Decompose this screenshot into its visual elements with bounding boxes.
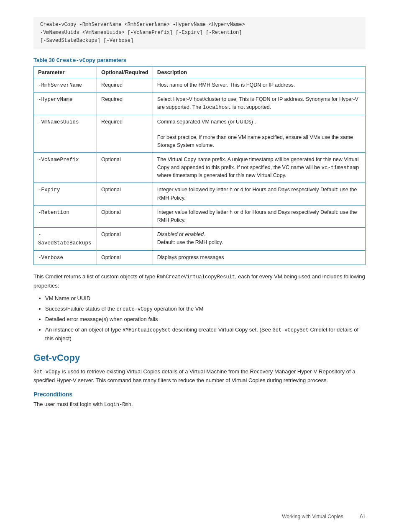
desc-savedstatebackups: Disabled or enabled.Default: use the RMH… xyxy=(153,228,365,251)
table-row: -SavedStateBackups Optional Disabled or … xyxy=(34,228,366,251)
param-hypervname: -HypervName xyxy=(34,93,97,115)
list-item: Success/Failure status of the create-vCo… xyxy=(45,305,366,314)
col-header-parameter: Parameter xyxy=(34,66,97,78)
optional-hypervname: Required xyxy=(97,93,153,115)
optional-rmhservername: Required xyxy=(97,78,153,93)
preconditions-text: The user must first login with Login-Rmh… xyxy=(33,400,366,409)
desc-expiry: Integer value followed by letter h or d … xyxy=(153,183,365,206)
desc-vcnameprefix: The Virtual Copy name prefix. A unique t… xyxy=(153,152,365,182)
parameters-table: Parameter Optional/Required Description … xyxy=(33,66,366,265)
table-row: -VmNamesUuids Required Comma separated V… xyxy=(34,115,366,152)
footer-right: 61 xyxy=(360,514,366,519)
table-row: -RmhServerName Required Host name of the… xyxy=(34,78,366,93)
list-item: An instance of an object of type RMHirtu… xyxy=(45,326,366,343)
code-block: Create-vCopy -RmhServerName <RmhServerNa… xyxy=(33,17,366,49)
desc-hypervname: Select Hyper-V host/cluster to use. This… xyxy=(153,93,365,115)
table-row: -Expiry Optional Integer value followed … xyxy=(34,183,366,206)
param-expiry: -Expiry xyxy=(34,183,97,206)
bullet-list: VM Name or UUID Success/Failure status o… xyxy=(45,294,366,343)
desc-verbose: Displays progress messages xyxy=(153,250,365,265)
optional-expiry: Optional xyxy=(97,183,153,206)
body-text: This Cmdlet returns a list of custom obj… xyxy=(33,272,366,290)
section-body: Get-vCopy is used to retrieve existing V… xyxy=(33,368,366,385)
desc-retention: Integer value followed by letter h or d … xyxy=(153,205,365,228)
footer: Working with Virtual Copies 61 xyxy=(282,514,366,519)
param-verbose: -Verbose xyxy=(34,250,97,265)
section-heading-get-vcopy: Get-vCopy xyxy=(33,352,366,363)
col-header-optional: Optional/Required xyxy=(97,66,153,78)
col-header-description: Description xyxy=(153,66,365,78)
desc-rmhservername: Host name of the RMH Server. This is FQD… xyxy=(153,78,365,93)
param-vcnameprefix: -VcNamePrefix xyxy=(34,152,97,182)
table-row: -HypervName Required Select Hyper-V host… xyxy=(34,93,366,115)
optional-vmnamesuuids: Required xyxy=(97,115,153,152)
param-retention: -Retention xyxy=(34,205,97,228)
optional-savedstatebackups: Optional xyxy=(97,228,153,251)
sub-heading-preconditions: Preconditions xyxy=(33,391,366,398)
list-item: Detailed error message(s) when operation… xyxy=(45,315,366,324)
param-rmhservername: -RmhServerName xyxy=(34,78,97,93)
param-savedstatebackups: -SavedStateBackups xyxy=(34,228,97,251)
list-item: VM Name or UUID xyxy=(45,294,366,303)
table-row: -VcNamePrefix Optional The Virtual Copy … xyxy=(34,152,366,182)
param-vmnamesuuids: -VmNamesUuids xyxy=(34,115,97,152)
table-row: -Verbose Optional Displays progress mess… xyxy=(34,250,366,265)
optional-verbose: Optional xyxy=(97,250,153,265)
desc-vmnamesuuids: Comma separated VM names (or UUIDs) .For… xyxy=(153,115,365,152)
footer-left: Working with Virtual Copies xyxy=(282,514,343,519)
table-row: -Retention Optional Integer value follow… xyxy=(34,205,366,228)
optional-retention: Optional xyxy=(97,205,153,228)
table-title: Table 30 Create-vCopy parameters xyxy=(33,57,366,64)
optional-vcnameprefix: Optional xyxy=(97,152,153,182)
